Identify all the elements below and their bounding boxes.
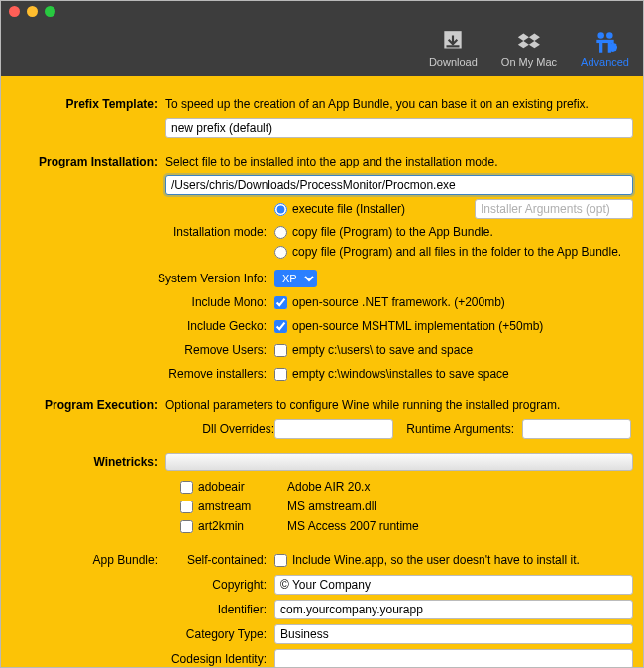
advanced-icon bbox=[592, 29, 618, 55]
tab-label: Advanced bbox=[581, 56, 629, 68]
tab-advanced[interactable]: Advanced bbox=[581, 29, 629, 68]
winetrick-name: amstream bbox=[198, 500, 287, 513]
runtime-arguments-label: Runtime Arguments: bbox=[393, 422, 522, 436]
winetrick-item: amstreamMS amstream.dll bbox=[180, 497, 633, 516]
winetrick-item: art2kminMS Access 2007 runtime bbox=[180, 516, 633, 536]
svg-rect-4 bbox=[596, 40, 613, 43]
include-mono-label: Include Mono: bbox=[7, 292, 274, 312]
program-execution-label: Program Execution: bbox=[7, 395, 165, 415]
winetricks-bar[interactable] bbox=[165, 453, 633, 471]
toolbar: Download On My Mac Advanced bbox=[1, 21, 643, 76]
tab-download[interactable]: Download bbox=[429, 29, 478, 68]
tab-onmymac[interactable]: On My Mac bbox=[501, 29, 557, 68]
dropbox-icon bbox=[516, 29, 542, 55]
runtime-arguments-input[interactable] bbox=[522, 419, 631, 439]
remove-users-label: Remove Users: bbox=[7, 340, 274, 360]
winetrick-desc: MS Access 2007 runtime bbox=[287, 519, 419, 533]
svg-rect-1 bbox=[447, 45, 460, 47]
include-gecko-desc: open-source MSHTML implementation (+50mb… bbox=[292, 319, 543, 333]
category-type-label: Category Type: bbox=[7, 627, 274, 641]
system-version-select[interactable]: XP bbox=[274, 270, 317, 287]
remove-users-checkbox[interactable] bbox=[274, 344, 287, 357]
mode-copyall-label: copy file (Program) and all files in the… bbox=[292, 245, 621, 259]
winetrick-name: art2kmin bbox=[198, 519, 287, 533]
dll-overrides-label: Dll Overrides: bbox=[7, 422, 274, 436]
installer-arguments-input[interactable] bbox=[475, 199, 633, 219]
winetrick-checkbox[interactable] bbox=[180, 481, 193, 494]
program-installation-desc: Select file to be installed into the app… bbox=[165, 152, 633, 171]
copyright-label: Copyright: bbox=[7, 578, 274, 592]
winetrick-desc: MS amstream.dll bbox=[287, 500, 376, 513]
prefix-template-desc: To speed up the creation of an App Bundl… bbox=[165, 94, 633, 114]
mode-execute-radio[interactable] bbox=[274, 203, 287, 216]
content-area: Prefix Template: To speed up the creatio… bbox=[1, 76, 643, 667]
codesign-identity-label: Codesign Identity: bbox=[7, 652, 274, 666]
program-execution-desc: Optional parameters to configure Wine wh… bbox=[165, 395, 633, 415]
titlebar bbox=[1, 1, 643, 21]
svg-point-2 bbox=[597, 32, 604, 39]
winetricks-label: Winetricks: bbox=[7, 455, 165, 469]
mode-copy-label: copy file (Program) to the App Bundle. bbox=[292, 225, 493, 239]
self-contained-desc: Include Wine.app, so the user doesn't ha… bbox=[292, 553, 580, 567]
prefix-template-label: Prefix Template: bbox=[7, 94, 165, 114]
copyright-input[interactable] bbox=[274, 575, 633, 595]
remove-installers-checkbox[interactable] bbox=[274, 368, 287, 381]
app-bundle-label: App Bundle: bbox=[7, 553, 165, 567]
program-installation-label: Program Installation: bbox=[7, 152, 165, 171]
identifier-label: Identifier: bbox=[7, 603, 274, 616]
codesign-identity-input[interactable] bbox=[274, 649, 633, 667]
prefix-template-input[interactable] bbox=[165, 118, 633, 138]
winetrick-checkbox[interactable] bbox=[180, 501, 193, 513]
remove-users-desc: empty c:\users\ to save and space bbox=[292, 343, 473, 357]
download-icon bbox=[440, 29, 466, 55]
include-mono-desc: open-source .NET framework. (+200mb) bbox=[292, 295, 505, 309]
winetrick-desc: Adobe AIR 20.x bbox=[287, 480, 370, 494]
dll-overrides-input[interactable] bbox=[274, 419, 393, 439]
zoom-icon[interactable] bbox=[45, 6, 55, 17]
close-icon[interactable] bbox=[9, 6, 20, 17]
mode-copy-radio[interactable] bbox=[274, 226, 287, 239]
self-contained-checkbox[interactable] bbox=[274, 554, 287, 567]
winetrick-checkbox[interactable] bbox=[180, 520, 193, 533]
minimize-icon[interactable] bbox=[27, 6, 38, 17]
system-version-label: System Version Info: bbox=[7, 269, 274, 288]
installation-mode-label: Installation mode: bbox=[7, 222, 274, 242]
winetrick-item: adobeairAdobe AIR 20.x bbox=[180, 477, 633, 497]
svg-point-3 bbox=[606, 32, 613, 39]
include-gecko-label: Include Gecko: bbox=[7, 316, 274, 336]
category-type-input[interactable] bbox=[274, 624, 633, 644]
self-contained-label: Self-contained: bbox=[165, 550, 274, 570]
remove-installers-desc: empty c:\windows\installes to save space bbox=[292, 367, 509, 381]
mode-copyall-radio[interactable] bbox=[274, 246, 287, 259]
remove-installers-label: Remove installers: bbox=[7, 364, 274, 384]
tab-label: On My Mac bbox=[501, 56, 557, 68]
program-path-input[interactable] bbox=[165, 175, 633, 195]
winetrick-name: adobeair bbox=[198, 480, 287, 494]
winetricks-list: adobeairAdobe AIR 20.xamstreamMS amstrea… bbox=[180, 477, 633, 536]
include-gecko-checkbox[interactable] bbox=[274, 320, 287, 333]
tab-label: Download bbox=[429, 56, 478, 68]
mode-execute-label: execute file (Installer) bbox=[292, 202, 405, 216]
identifier-input[interactable] bbox=[274, 600, 633, 619]
app-window: Download On My Mac Advanced Prefix Templ… bbox=[0, 0, 644, 668]
include-mono-checkbox[interactable] bbox=[274, 296, 287, 309]
